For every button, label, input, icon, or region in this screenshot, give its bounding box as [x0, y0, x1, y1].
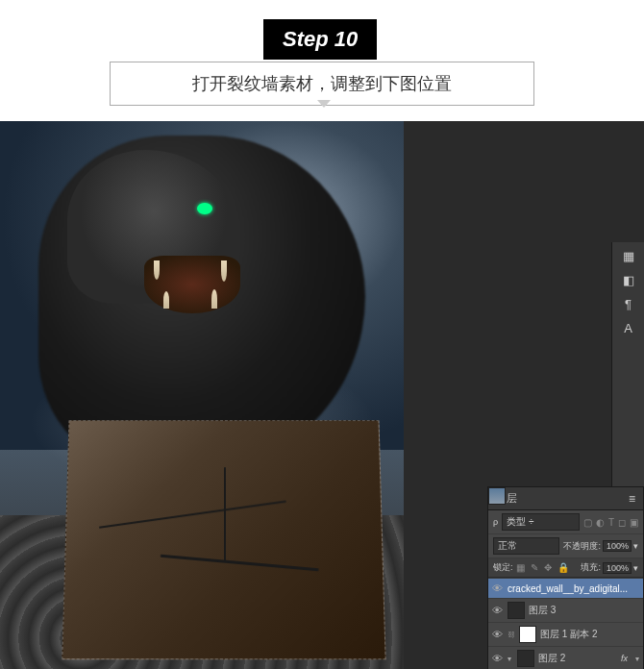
- layer-thumb[interactable]: [517, 650, 534, 667]
- blend-row: 正常 不透明度: 100% ▾: [488, 534, 643, 558]
- filter-row: ρ 类型 ÷ ▢ ◐ T ◻ ▣: [488, 510, 643, 534]
- tooth: [211, 289, 217, 309]
- layer-thumb[interactable]: [488, 487, 506, 505]
- filter-pixel-icon[interactable]: ▢: [583, 517, 592, 528]
- visibility-icon[interactable]: 👁: [490, 604, 504, 617]
- blend-mode-dropdown[interactable]: 正常: [493, 537, 559, 555]
- layer-item[interactable]: 👁 cracked_wall__by_adigital...: [488, 578, 643, 598]
- layer-name[interactable]: 图层 1 副本 2: [540, 628, 597, 641]
- fill-field: 填充: 100% ▾: [581, 561, 638, 574]
- fill-label: 填充:: [581, 561, 601, 574]
- layer-item[interactable]: 👁 图层 3: [488, 598, 643, 622]
- artwork-canvas[interactable]: [0, 121, 404, 669]
- fx-collapse-icon[interactable]: ▾: [635, 655, 639, 663]
- tooth: [154, 260, 160, 280]
- layer-item[interactable]: 👁 ⛓ 图层 1 副本 2: [488, 622, 643, 646]
- layer-name[interactable]: cracked_wall__by_adigital...: [508, 583, 628, 594]
- lock-transparent-icon[interactable]: ▦: [516, 562, 525, 573]
- tool-swatches-icon[interactable]: ▦: [615, 245, 642, 266]
- step-badge: Step 10: [263, 19, 377, 60]
- tool-character-icon[interactable]: A: [615, 317, 642, 338]
- panel-tab-bar: 图层 ≡: [488, 487, 643, 510]
- layers-panel: 图层 ≡ ρ 类型 ÷ ▢ ◐ T ◻ ▣ 正常 不透明度: 100% ▾ 锁定…: [487, 486, 644, 669]
- visibility-icon[interactable]: 👁: [490, 652, 504, 665]
- beast-mouth: [144, 256, 240, 313]
- link-icon[interactable]: ⛓: [508, 631, 515, 639]
- fx-indicator[interactable]: fx: [621, 654, 632, 663]
- layer-thumb[interactable]: [508, 602, 525, 619]
- right-toolbar: ▦ ◧ ¶ A: [611, 242, 644, 488]
- canvas-area: ▦ ◧ ¶ A 图层 ≡ ρ 类型 ÷ ▢ ◐ T ◻ ▣ 正常 不透明度: 1…: [0, 121, 644, 669]
- opacity-input[interactable]: 100%: [603, 540, 632, 552]
- lock-pixels-icon[interactable]: ✎: [531, 562, 538, 573]
- crack: [224, 467, 226, 561]
- panel-menu-icon[interactable]: ≡: [629, 492, 635, 506]
- opacity-label: 不透明度:: [563, 540, 601, 553]
- lock-icons: ▦ ✎ ✥ 🔒: [516, 562, 569, 573]
- filter-icon[interactable]: ρ: [493, 517, 498, 527]
- cracked-wall-transform[interactable]: [62, 420, 385, 659]
- fill-stepper-icon[interactable]: ▾: [633, 563, 638, 573]
- filter-smart-icon[interactable]: ▣: [630, 517, 638, 528]
- filter-text-icon[interactable]: T: [608, 517, 614, 528]
- filter-type-dropdown[interactable]: 类型 ÷: [502, 513, 580, 531]
- lock-all-icon[interactable]: 🔒: [557, 562, 569, 573]
- expand-icon[interactable]: ▾: [508, 655, 511, 663]
- layer-name[interactable]: 图层 3: [529, 604, 556, 617]
- instruction-arrow-icon: [317, 100, 331, 108]
- visibility-icon[interactable]: 👁: [490, 628, 504, 641]
- tool-histogram-icon[interactable]: ◧: [615, 269, 642, 290]
- opacity-field: 不透明度: 100% ▾: [563, 540, 638, 553]
- tool-paragraph-icon[interactable]: ¶: [615, 293, 642, 314]
- lock-label: 锁定:: [493, 561, 513, 574]
- opacity-stepper-icon[interactable]: ▾: [633, 541, 638, 551]
- fill-input[interactable]: 100%: [603, 562, 632, 574]
- visibility-icon[interactable]: 👁: [490, 582, 504, 595]
- crack: [161, 555, 318, 571]
- lock-position-icon[interactable]: ✥: [544, 562, 552, 573]
- layer-item[interactable]: 👁 ▾ 图层 2 fx ▾: [488, 646, 643, 669]
- beast-eye: [197, 203, 212, 214]
- layer-mask-thumb[interactable]: [519, 626, 536, 643]
- filter-adj-icon[interactable]: ◐: [596, 517, 605, 528]
- layer-name[interactable]: 图层 2: [538, 652, 565, 665]
- crack: [99, 501, 285, 529]
- lock-row: 锁定: ▦ ✎ ✥ 🔒 填充: 100% ▾: [488, 558, 643, 578]
- tooth: [221, 260, 227, 282]
- filter-shape-icon[interactable]: ◻: [618, 517, 626, 528]
- tooth: [163, 291, 169, 309]
